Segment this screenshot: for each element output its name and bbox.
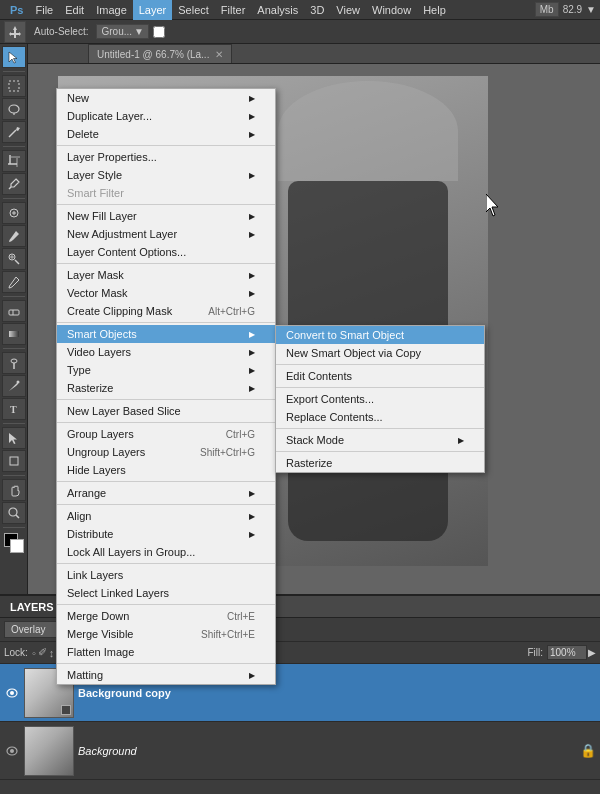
ps-logo[interactable]: Ps bbox=[4, 0, 29, 20]
menu-distribute[interactable]: Distribute bbox=[57, 525, 275, 543]
menu-link-layers[interactable]: Link Layers bbox=[57, 566, 275, 584]
submenu-rasterize[interactable]: Rasterize bbox=[276, 454, 484, 472]
tool-separator-6 bbox=[3, 423, 25, 424]
menu-layer-content[interactable]: Layer Content Options... bbox=[57, 243, 275, 261]
lock-position-icon[interactable]: ↕ bbox=[49, 647, 55, 659]
background-color[interactable] bbox=[10, 539, 24, 553]
hand-tool[interactable] bbox=[2, 479, 26, 501]
menu-group-layers[interactable]: Group Layers Ctrl+G bbox=[57, 425, 275, 443]
menu-new-layer-based-slice[interactable]: New Layer Based Slice bbox=[57, 402, 275, 420]
brush-tool[interactable] bbox=[2, 225, 26, 247]
tool-separator-4 bbox=[3, 296, 25, 297]
menu-smart-objects[interactable]: Smart Objects Convert to Smart Object Ne… bbox=[57, 325, 275, 343]
lasso-tool[interactable] bbox=[2, 98, 26, 120]
move-tool[interactable] bbox=[2, 46, 26, 68]
menu-window[interactable]: Window bbox=[366, 0, 417, 20]
menu-select-linked[interactable]: Select Linked Layers bbox=[57, 584, 275, 602]
layer-eye-background[interactable] bbox=[4, 743, 20, 759]
menu-flatten-image[interactable]: Flatten Image bbox=[57, 643, 275, 661]
clone-tool[interactable] bbox=[2, 248, 26, 270]
magic-wand-tool[interactable] bbox=[2, 121, 26, 143]
menu-type[interactable]: Type bbox=[57, 361, 275, 379]
submenu-replace-contents[interactable]: Replace Contents... bbox=[276, 408, 484, 426]
fill-dropdown-arrow[interactable]: ▶ bbox=[588, 647, 596, 658]
menu-view[interactable]: View bbox=[330, 0, 366, 20]
menu-merge-visible[interactable]: Merge Visible Shift+Ctrl+E bbox=[57, 625, 275, 643]
submenu-edit-contents[interactable]: Edit Contents bbox=[276, 367, 484, 385]
type-tool[interactable]: T bbox=[2, 398, 26, 420]
lock-image-icon[interactable]: ✐ bbox=[38, 646, 47, 659]
submenu-new-smart-copy[interactable]: New Smart Object via Copy bbox=[276, 344, 484, 362]
menu-matting[interactable]: Matting bbox=[57, 666, 275, 684]
menu-arrange[interactable]: Arrange bbox=[57, 484, 275, 502]
menu-bar-right: Mb 82.9 ▼ bbox=[535, 2, 596, 17]
sub-sep-3 bbox=[276, 428, 484, 429]
menu-delete[interactable]: Delete bbox=[57, 125, 275, 143]
menu-layer-properties[interactable]: Layer Properties... bbox=[57, 148, 275, 166]
sep-5 bbox=[57, 399, 275, 400]
healing-tool[interactable] bbox=[2, 202, 26, 224]
svg-marker-0 bbox=[9, 26, 21, 38]
menu-layer-mask[interactable]: Layer Mask bbox=[57, 266, 275, 284]
path-select-tool[interactable] bbox=[2, 427, 26, 449]
menu-filter[interactable]: Filter bbox=[215, 0, 251, 20]
layer-menu: New Duplicate Layer... Delete Layer Prop… bbox=[56, 88, 276, 685]
zoom-dropdown[interactable]: ▼ bbox=[586, 4, 596, 15]
menu-new-adjustment[interactable]: New Adjustment Layer bbox=[57, 225, 275, 243]
mb-btn[interactable]: Mb bbox=[535, 2, 559, 17]
dodge-tool[interactable] bbox=[2, 352, 26, 374]
menu-3d[interactable]: 3D bbox=[304, 0, 330, 20]
menu-edit[interactable]: Edit bbox=[59, 0, 90, 20]
menu-file[interactable]: File bbox=[29, 0, 59, 20]
menu-new[interactable]: New bbox=[57, 89, 275, 107]
menu-analysis[interactable]: Analysis bbox=[251, 0, 304, 20]
fill-control[interactable]: ▶ bbox=[547, 645, 596, 660]
svg-marker-25 bbox=[9, 433, 17, 444]
pen-tool[interactable] bbox=[2, 375, 26, 397]
menu-new-fill[interactable]: New Fill Layer bbox=[57, 207, 275, 225]
sep-4 bbox=[57, 322, 275, 323]
submenu-stack-mode[interactable]: Stack Mode bbox=[276, 431, 484, 449]
eyedropper-tool[interactable] bbox=[2, 173, 26, 195]
menu-help[interactable]: Help bbox=[417, 0, 452, 20]
menu-duplicate[interactable]: Duplicate Layer... bbox=[57, 107, 275, 125]
menu-rasterize[interactable]: Rasterize bbox=[57, 379, 275, 397]
options-bar: Auto-Select: Grou...▼ bbox=[0, 20, 600, 44]
menu-align[interactable]: Align bbox=[57, 507, 275, 525]
menu-ungroup-layers[interactable]: Ungroup Layers Shift+Ctrl+G bbox=[57, 443, 275, 461]
document-tab[interactable]: Untitled-1 @ 66.7% (La... ✕ bbox=[88, 44, 232, 63]
history-brush-tool[interactable] bbox=[2, 271, 26, 293]
layer-row-background[interactable]: Background 🔒 bbox=[0, 722, 600, 780]
move-tool-icon[interactable] bbox=[4, 21, 26, 43]
gradient-tool[interactable] bbox=[2, 323, 26, 345]
menu-lock-all[interactable]: Lock All Layers in Group... bbox=[57, 543, 275, 561]
layer-name-background: Background bbox=[78, 745, 576, 757]
crop-tool[interactable] bbox=[2, 150, 26, 172]
color-boxes[interactable] bbox=[2, 531, 26, 553]
menu-layer-style[interactable]: Layer Style bbox=[57, 166, 275, 184]
submenu-convert[interactable]: Convert to Smart Object bbox=[276, 326, 484, 344]
menu-vector-mask[interactable]: Vector Mask bbox=[57, 284, 275, 302]
auto-select-dropdown[interactable]: Grou...▼ bbox=[96, 24, 148, 39]
shape-tool[interactable] bbox=[2, 450, 26, 472]
zoom-tool[interactable] bbox=[2, 502, 26, 524]
lock-transparent-icon[interactable]: ◦ bbox=[32, 647, 36, 659]
submenu-export-contents[interactable]: Export Contents... bbox=[276, 390, 484, 408]
menu-image[interactable]: Image bbox=[90, 0, 133, 20]
eraser-tool[interactable] bbox=[2, 300, 26, 322]
menu-clipping-mask[interactable]: Create Clipping Mask Alt+Ctrl+G bbox=[57, 302, 275, 320]
layer-eye-background-copy[interactable] bbox=[4, 685, 20, 701]
menu-merge-down[interactable]: Merge Down Ctrl+E bbox=[57, 607, 275, 625]
tab-close[interactable]: ✕ bbox=[215, 49, 223, 60]
figure-head-area bbox=[278, 81, 458, 181]
menu-layer[interactable]: Layer bbox=[133, 0, 173, 20]
auto-select-checkbox[interactable] bbox=[153, 26, 165, 38]
marquee-tool[interactable] bbox=[2, 75, 26, 97]
fill-input[interactable] bbox=[547, 645, 587, 660]
menu-hide-layers[interactable]: Hide Layers bbox=[57, 461, 275, 479]
layer-dropdown: New Duplicate Layer... Delete Layer Prop… bbox=[56, 88, 276, 685]
menu-select[interactable]: Select bbox=[172, 0, 215, 20]
tab-layers[interactable]: LAYERS bbox=[0, 596, 65, 617]
menu-video-layers[interactable]: Video Layers bbox=[57, 343, 275, 361]
svg-line-11 bbox=[9, 187, 11, 189]
